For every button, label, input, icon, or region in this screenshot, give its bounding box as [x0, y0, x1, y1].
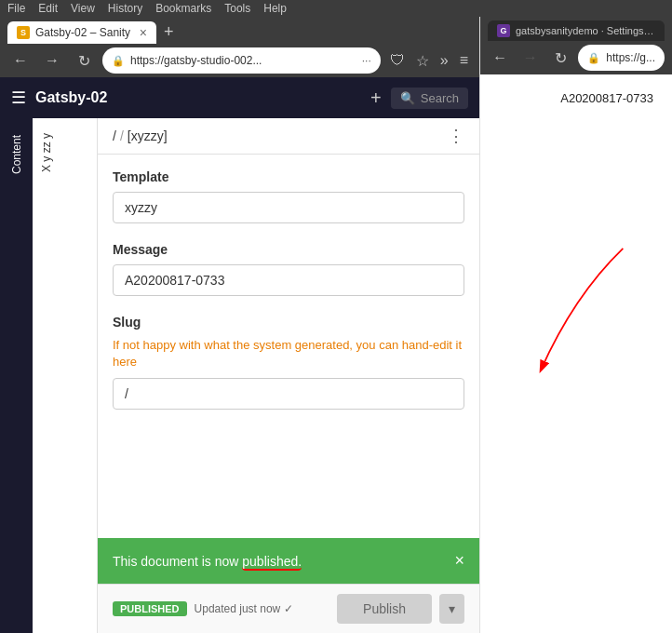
updated-text: Updated just now ✓ [195, 602, 330, 615]
breadcrumb-root[interactable]: / [113, 128, 116, 143]
url-text: https://gatsby-studio-002... [130, 54, 356, 67]
banner-text: This document is now published. [113, 554, 302, 569]
slug-label: Slug [113, 315, 464, 330]
breadcrumb-separator: / [120, 128, 124, 143]
browser-tabs: S Gatsby-02 – Sanity × + [0, 17, 479, 44]
annotation-arrow [491, 86, 661, 622]
breadcrumb: / / [xyzzy] [113, 128, 168, 143]
reload-button[interactable]: ↻ [71, 47, 97, 74]
message-input[interactable] [113, 264, 464, 296]
new-tab-button[interactable]: + [158, 20, 180, 44]
toolbar-icons: 🛡 ☆ » ≡ [386, 50, 472, 72]
preview-back-button[interactable]: ← [488, 45, 512, 71]
star-icon[interactable]: ☆ [412, 50, 433, 72]
studio-add-button[interactable]: + [370, 88, 382, 109]
breadcrumb-current[interactable]: [xyzzy] [128, 128, 168, 143]
publish-button[interactable]: Publish [337, 594, 432, 624]
content-pane: X y zz y / / [xyzzy] ⋮ [33, 118, 479, 633]
nav-item-xyzzy[interactable]: X y zz y [33, 126, 97, 180]
preview-tab-favicon: G [497, 24, 510, 37]
search-placeholder: Search [421, 91, 459, 105]
doc-footer: PUBLISHED Updated just now ✓ Publish ▾ [98, 584, 479, 633]
doc-header: / / [xyzzy] ⋮ [98, 118, 479, 155]
published-banner: This document is now published. × [98, 538, 479, 584]
preview-body: A20200817-0733 [480, 74, 672, 633]
preview-lock-icon: 🔒 [587, 52, 600, 64]
browser-toolbar-left: ← → ↻ 🔒 https://gatsby-studio-002... ···… [0, 44, 479, 77]
banner-close-button[interactable]: × [454, 551, 464, 571]
lock-icon: 🔒 [112, 55, 125, 67]
preview-tab[interactable]: G gatsbysanitydemo · Settings | H... [488, 20, 665, 41]
browser-menu-bar: File Edit View History Bookmarks Tools H… [0, 0, 672, 17]
doc-editor: / / [xyzzy] ⋮ Template [98, 118, 479, 633]
published-badge: PUBLISHED [113, 601, 187, 616]
preview-toolbar: ← → ↻ 🔒 https://g... [480, 41, 672, 74]
back-button[interactable]: ← [7, 47, 34, 74]
template-input[interactable] [113, 192, 464, 223]
slug-input[interactable] [113, 378, 464, 410]
sidebar-content-label[interactable]: Content [7, 128, 27, 182]
template-field-group: Template [113, 169, 464, 223]
preview-forward-button[interactable]: → [517, 45, 542, 71]
hamburger-icon[interactable]: ☰ [11, 88, 26, 108]
preview-reload-button[interactable]: ↻ [548, 45, 572, 71]
more-options-btn[interactable]: ··· [362, 54, 371, 67]
nav-pane: X y zz y [33, 118, 98, 633]
doc-menu-button[interactable]: ⋮ [448, 126, 464, 146]
menu-tools[interactable]: Tools [224, 2, 250, 15]
menu-icon[interactable]: ≡ [456, 50, 472, 71]
active-tab[interactable]: S Gatsby-02 – Sanity × [7, 21, 156, 44]
preview-address-bar[interactable]: 🔒 https://g... [578, 45, 665, 71]
annotation-text: A20200817-0733 [560, 91, 653, 105]
menu-edit[interactable]: Edit [38, 2, 58, 15]
preview-tab-title: gatsbysanitydemo · Settings | H... [516, 25, 655, 36]
template-label: Template [113, 169, 464, 184]
menu-help[interactable]: Help [263, 2, 287, 15]
preview-panel: G gatsbysanitydemo · Settings | H... ← →… [480, 17, 672, 633]
extensions-btn[interactable]: » [437, 50, 452, 71]
message-label: Message [113, 242, 464, 257]
studio-body: Content X y zz y / / [xyzzy] ⋮ [0, 118, 479, 633]
tab-close-btn[interactable]: × [140, 25, 147, 40]
slug-field-group: Slug If not happy with what the system g… [113, 315, 464, 410]
forward-button[interactable]: → [39, 47, 65, 74]
slug-hint: If not happy with what the system genera… [113, 337, 464, 370]
tab-title: Gatsby-02 – Sanity [35, 26, 134, 39]
tab-favicon: S [17, 26, 30, 39]
annotation: A20200817-0733 [491, 86, 661, 622]
address-bar[interactable]: 🔒 https://gatsby-studio-002... ··· [102, 47, 381, 74]
menu-history[interactable]: History [108, 2, 142, 15]
preview-url-text: https://g... [606, 51, 655, 64]
doc-content: Template Message Slug If not happy with … [98, 155, 479, 538]
menu-view[interactable]: View [71, 2, 95, 15]
shield-icon: 🛡 [386, 50, 409, 71]
studio-sidebar: Content [0, 118, 33, 633]
studio-search[interactable]: 🔍 Search [391, 88, 468, 109]
menu-bookmarks[interactable]: Bookmarks [155, 2, 211, 15]
menu-file[interactable]: File [7, 2, 25, 15]
studio-header: ☰ Gatsby-02 + 🔍 Search [0, 77, 479, 118]
search-icon: 🔍 [400, 91, 415, 105]
preview-tabs: G gatsbysanitydemo · Settings | H... [480, 17, 672, 41]
message-field-group: Message [113, 242, 464, 296]
studio-title: Gatsby-02 [35, 89, 361, 106]
publish-dropdown-button[interactable]: ▾ [439, 594, 464, 624]
